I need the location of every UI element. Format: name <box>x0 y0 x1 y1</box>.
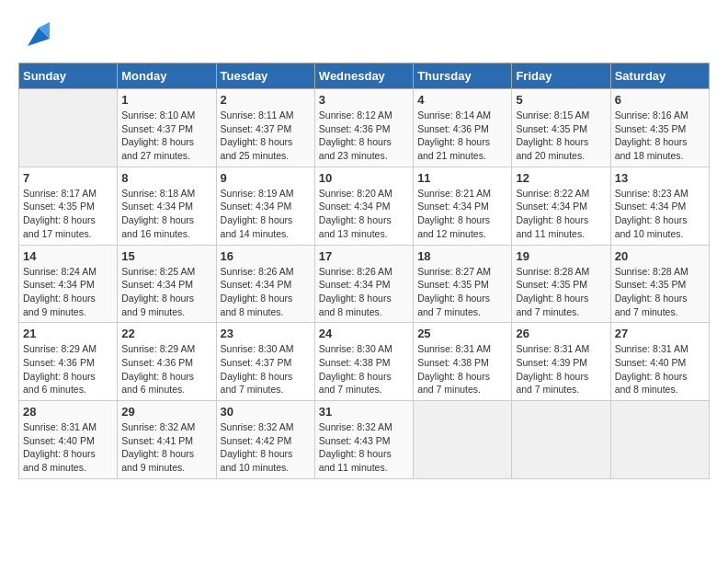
day-number: 6 <box>615 93 705 107</box>
day-info: Sunrise: 8:27 AM Sunset: 4:35 PM Dayligh… <box>417 265 507 319</box>
calendar-cell <box>414 401 512 479</box>
calendar-week-5: 28Sunrise: 8:31 AM Sunset: 4:40 PM Dayli… <box>19 401 710 479</box>
day-info: Sunrise: 8:31 AM Sunset: 4:40 PM Dayligh… <box>23 420 113 475</box>
day-info: Sunrise: 8:17 AM Sunset: 4:35 PM Dayligh… <box>23 187 113 241</box>
calendar-cell: 8Sunrise: 8:18 AM Sunset: 4:34 PM Daylig… <box>118 167 216 245</box>
calendar-table: SundayMondayTuesdayWednesdayThursdayFrid… <box>18 63 710 479</box>
calendar-cell: 29Sunrise: 8:32 AM Sunset: 4:41 PM Dayli… <box>118 401 216 479</box>
day-info: Sunrise: 8:21 AM Sunset: 4:34 PM Dayligh… <box>417 187 507 241</box>
day-number: 23 <box>221 327 311 340</box>
day-number: 3 <box>319 93 409 107</box>
day-info: Sunrise: 8:32 AM Sunset: 4:41 PM Dayligh… <box>121 420 211 475</box>
calendar-cell: 9Sunrise: 8:19 AM Sunset: 4:34 PM Daylig… <box>216 167 314 245</box>
day-info: Sunrise: 8:29 AM Sunset: 4:36 PM Dayligh… <box>23 342 113 396</box>
calendar-cell: 28Sunrise: 8:31 AM Sunset: 4:40 PM Dayli… <box>19 401 118 479</box>
day-info: Sunrise: 8:32 AM Sunset: 4:43 PM Dayligh… <box>319 420 409 475</box>
day-number: 14 <box>23 249 113 263</box>
calendar-week-4: 21Sunrise: 8:29 AM Sunset: 4:36 PM Dayli… <box>19 323 710 401</box>
calendar-week-2: 7Sunrise: 8:17 AM Sunset: 4:35 PM Daylig… <box>19 167 710 245</box>
day-number: 27 <box>615 327 705 340</box>
calendar-week-1: 1Sunrise: 8:10 AM Sunset: 4:37 PM Daylig… <box>19 89 710 167</box>
day-info: Sunrise: 8:28 AM Sunset: 4:35 PM Dayligh… <box>516 265 606 319</box>
day-info: Sunrise: 8:29 AM Sunset: 4:36 PM Dayligh… <box>121 342 211 396</box>
day-number: 4 <box>417 93 507 107</box>
day-number: 15 <box>121 249 211 263</box>
calendar-cell: 17Sunrise: 8:26 AM Sunset: 4:34 PM Dayli… <box>314 245 413 323</box>
calendar-cell: 2Sunrise: 8:11 AM Sunset: 4:37 PM Daylig… <box>216 89 314 167</box>
calendar-cell: 26Sunrise: 8:31 AM Sunset: 4:39 PM Dayli… <box>512 323 610 401</box>
page-header <box>18 18 710 53</box>
calendar-cell: 13Sunrise: 8:23 AM Sunset: 4:34 PM Dayli… <box>610 167 709 245</box>
day-info: Sunrise: 8:28 AM Sunset: 4:35 PM Dayligh… <box>615 265 705 319</box>
day-header-monday: Monday <box>118 63 216 89</box>
calendar-cell: 14Sunrise: 8:24 AM Sunset: 4:34 PM Dayli… <box>19 245 118 323</box>
calendar-cell: 16Sunrise: 8:26 AM Sunset: 4:34 PM Dayli… <box>216 245 314 323</box>
calendar-body: 1Sunrise: 8:10 AM Sunset: 4:37 PM Daylig… <box>19 89 710 479</box>
day-info: Sunrise: 8:16 AM Sunset: 4:35 PM Dayligh… <box>615 109 705 163</box>
calendar-cell: 19Sunrise: 8:28 AM Sunset: 4:35 PM Dayli… <box>512 245 610 323</box>
calendar-cell: 21Sunrise: 8:29 AM Sunset: 4:36 PM Dayli… <box>19 323 118 401</box>
day-number: 20 <box>615 249 705 263</box>
day-info: Sunrise: 8:15 AM Sunset: 4:35 PM Dayligh… <box>516 109 606 163</box>
day-header-sunday: Sunday <box>19 63 118 89</box>
day-number: 11 <box>417 171 507 185</box>
day-number: 29 <box>121 405 211 419</box>
day-info: Sunrise: 8:11 AM Sunset: 4:37 PM Dayligh… <box>221 109 311 163</box>
day-number: 31 <box>319 405 409 419</box>
calendar-cell: 18Sunrise: 8:27 AM Sunset: 4:35 PM Dayli… <box>414 245 512 323</box>
day-number: 13 <box>615 171 705 185</box>
day-header-tuesday: Tuesday <box>216 63 314 89</box>
calendar-cell: 4Sunrise: 8:14 AM Sunset: 4:36 PM Daylig… <box>414 89 512 167</box>
day-info: Sunrise: 8:24 AM Sunset: 4:34 PM Dayligh… <box>23 265 113 319</box>
calendar-cell: 30Sunrise: 8:32 AM Sunset: 4:42 PM Dayli… <box>216 401 314 479</box>
calendar-cell: 10Sunrise: 8:20 AM Sunset: 4:34 PM Dayli… <box>314 167 413 245</box>
day-header-saturday: Saturday <box>610 63 709 89</box>
logo-icon <box>18 18 53 53</box>
day-number: 17 <box>319 249 409 263</box>
day-number: 22 <box>121 327 211 340</box>
calendar-cell: 23Sunrise: 8:30 AM Sunset: 4:37 PM Dayli… <box>216 323 314 401</box>
day-number: 10 <box>319 171 409 185</box>
day-info: Sunrise: 8:12 AM Sunset: 4:36 PM Dayligh… <box>319 109 409 163</box>
day-number: 7 <box>23 171 113 185</box>
calendar-cell: 6Sunrise: 8:16 AM Sunset: 4:35 PM Daylig… <box>610 89 709 167</box>
calendar-cell: 12Sunrise: 8:22 AM Sunset: 4:34 PM Dayli… <box>512 167 610 245</box>
day-number: 8 <box>121 171 211 185</box>
calendar-cell: 25Sunrise: 8:31 AM Sunset: 4:38 PM Dayli… <box>414 323 512 401</box>
calendar-cell: 24Sunrise: 8:30 AM Sunset: 4:38 PM Dayli… <box>314 323 413 401</box>
day-header-friday: Friday <box>512 63 610 89</box>
day-number: 19 <box>516 249 606 263</box>
day-header-wednesday: Wednesday <box>314 63 413 89</box>
day-info: Sunrise: 8:26 AM Sunset: 4:34 PM Dayligh… <box>221 265 311 319</box>
day-info: Sunrise: 8:30 AM Sunset: 4:37 PM Dayligh… <box>221 342 311 396</box>
calendar-cell: 7Sunrise: 8:17 AM Sunset: 4:35 PM Daylig… <box>19 167 118 245</box>
day-number: 28 <box>23 405 113 419</box>
day-info: Sunrise: 8:10 AM Sunset: 4:37 PM Dayligh… <box>121 109 211 163</box>
day-number: 1 <box>121 93 211 107</box>
day-number: 26 <box>516 327 606 340</box>
calendar-cell <box>512 401 610 479</box>
calendar-cell: 27Sunrise: 8:31 AM Sunset: 4:40 PM Dayli… <box>610 323 709 401</box>
logo <box>18 18 57 53</box>
day-info: Sunrise: 8:25 AM Sunset: 4:34 PM Dayligh… <box>121 265 211 319</box>
day-number: 21 <box>23 327 113 340</box>
day-number: 30 <box>221 405 311 419</box>
day-number: 18 <box>417 249 507 263</box>
day-info: Sunrise: 8:26 AM Sunset: 4:34 PM Dayligh… <box>319 265 409 319</box>
day-header-thursday: Thursday <box>414 63 512 89</box>
day-info: Sunrise: 8:20 AM Sunset: 4:34 PM Dayligh… <box>319 187 409 241</box>
day-number: 16 <box>221 249 311 263</box>
day-info: Sunrise: 8:14 AM Sunset: 4:36 PM Dayligh… <box>417 109 507 163</box>
day-number: 25 <box>417 327 507 340</box>
day-number: 9 <box>221 171 311 185</box>
calendar-cell: 5Sunrise: 8:15 AM Sunset: 4:35 PM Daylig… <box>512 89 610 167</box>
calendar-cell <box>19 89 118 167</box>
day-number: 24 <box>319 327 409 340</box>
day-number: 12 <box>516 171 606 185</box>
day-info: Sunrise: 8:23 AM Sunset: 4:34 PM Dayligh… <box>615 187 705 241</box>
day-number: 2 <box>221 93 311 107</box>
day-info: Sunrise: 8:31 AM Sunset: 4:40 PM Dayligh… <box>615 342 705 396</box>
day-info: Sunrise: 8:32 AM Sunset: 4:42 PM Dayligh… <box>221 420 311 475</box>
calendar-header-row: SundayMondayTuesdayWednesdayThursdayFrid… <box>19 63 710 89</box>
calendar-cell <box>610 401 709 479</box>
